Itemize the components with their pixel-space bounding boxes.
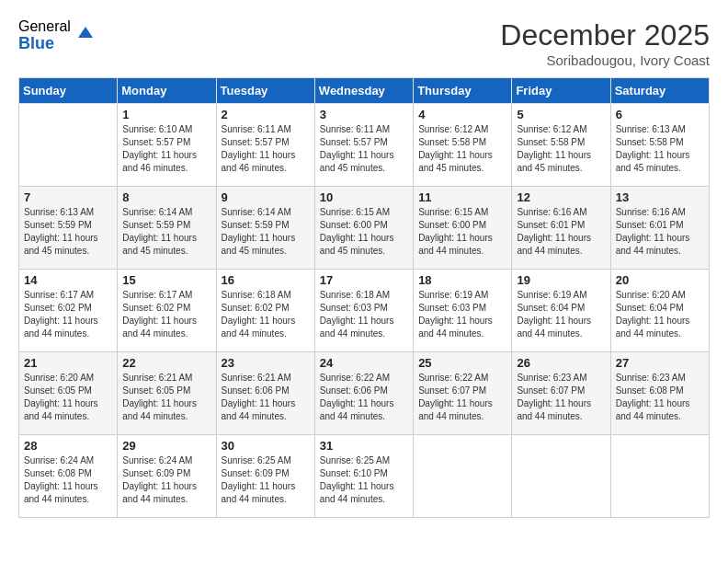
calendar-cell: 3Sunrise: 6:11 AMSunset: 5:57 PMDaylight… — [314, 104, 413, 187]
logo-icon — [74, 21, 97, 43]
calendar-week-row: 7Sunrise: 6:13 AMSunset: 5:59 PMDaylight… — [19, 187, 710, 270]
day-number: 31 — [320, 439, 408, 453]
cell-info: Sunrise: 6:14 AMSunset: 5:59 PMDaylight:… — [122, 206, 210, 258]
calendar-cell: 26Sunrise: 6:23 AMSunset: 6:07 PMDayligh… — [512, 352, 610, 435]
weekday-header: Thursday — [414, 78, 512, 104]
weekday-header: Friday — [512, 78, 610, 104]
weekday-header: Saturday — [610, 78, 709, 104]
logo-text: General Blue — [18, 18, 71, 52]
logo-blue: Blue — [18, 35, 71, 53]
day-number: 27 — [616, 356, 704, 370]
day-number: 25 — [418, 356, 506, 370]
weekday-header: Tuesday — [216, 78, 314, 104]
cell-info: Sunrise: 6:17 AMSunset: 6:02 PMDaylight:… — [24, 289, 112, 340]
cell-info: Sunrise: 6:22 AMSunset: 6:07 PMDaylight:… — [418, 372, 506, 423]
day-number: 20 — [616, 273, 704, 287]
month-title: December 2025 — [500, 18, 710, 52]
calendar-cell: 29Sunrise: 6:24 AMSunset: 6:09 PMDayligh… — [118, 435, 216, 518]
day-number: 19 — [517, 273, 605, 287]
day-number: 15 — [122, 273, 210, 287]
cell-info: Sunrise: 6:22 AMSunset: 6:06 PMDaylight:… — [320, 372, 408, 423]
cell-info: Sunrise: 6:21 AMSunset: 6:05 PMDaylight:… — [122, 372, 210, 423]
day-number: 10 — [320, 190, 408, 204]
day-number: 8 — [122, 190, 210, 204]
day-number: 7 — [24, 190, 112, 204]
logo: General Blue — [18, 18, 97, 52]
cell-info: Sunrise: 6:21 AMSunset: 6:06 PMDaylight:… — [222, 372, 310, 423]
cell-info: Sunrise: 6:23 AMSunset: 6:08 PMDaylight:… — [616, 372, 704, 423]
day-number: 17 — [320, 273, 408, 287]
calendar-cell: 9Sunrise: 6:14 AMSunset: 5:59 PMDaylight… — [216, 187, 314, 270]
calendar-cell: 28Sunrise: 6:24 AMSunset: 6:08 PMDayligh… — [19, 435, 118, 518]
day-number: 2 — [222, 108, 310, 121]
calendar-cell: 12Sunrise: 6:16 AMSunset: 6:01 PMDayligh… — [512, 187, 610, 270]
calendar-cell: 21Sunrise: 6:20 AMSunset: 6:05 PMDayligh… — [19, 352, 118, 435]
cell-info: Sunrise: 6:24 AMSunset: 6:08 PMDaylight:… — [24, 454, 112, 506]
calendar-cell: 8Sunrise: 6:14 AMSunset: 5:59 PMDaylight… — [118, 187, 216, 270]
day-number: 3 — [320, 108, 408, 121]
cell-info: Sunrise: 6:18 AMSunset: 6:03 PMDaylight:… — [320, 289, 408, 340]
calendar-cell: 19Sunrise: 6:19 AMSunset: 6:04 PMDayligh… — [512, 270, 610, 352]
calendar-cell: 7Sunrise: 6:13 AMSunset: 5:59 PMDaylight… — [19, 187, 118, 270]
cell-info: Sunrise: 6:15 AMSunset: 6:00 PMDaylight:… — [418, 206, 506, 258]
calendar-cell: 22Sunrise: 6:21 AMSunset: 6:05 PMDayligh… — [118, 352, 216, 435]
day-number: 9 — [222, 190, 310, 204]
day-number: 14 — [24, 273, 112, 287]
weekday-header: Wednesday — [314, 78, 413, 104]
calendar-cell: 30Sunrise: 6:25 AMSunset: 6:09 PMDayligh… — [216, 435, 314, 518]
cell-info: Sunrise: 6:25 AMSunset: 6:09 PMDaylight:… — [222, 454, 310, 506]
day-number: 16 — [222, 273, 310, 287]
calendar-cell: 5Sunrise: 6:12 AMSunset: 5:58 PMDaylight… — [512, 104, 610, 187]
calendar-cell: 31Sunrise: 6:25 AMSunset: 6:10 PMDayligh… — [314, 435, 413, 518]
day-number: 23 — [222, 356, 310, 370]
day-number: 11 — [418, 190, 506, 204]
calendar-header-row: SundayMondayTuesdayWednesdayThursdayFrid… — [19, 78, 710, 104]
calendar-cell: 25Sunrise: 6:22 AMSunset: 6:07 PMDayligh… — [414, 352, 512, 435]
calendar-cell: 13Sunrise: 6:16 AMSunset: 6:01 PMDayligh… — [610, 187, 709, 270]
cell-info: Sunrise: 6:18 AMSunset: 6:02 PMDaylight:… — [222, 289, 310, 340]
page-header: General Blue December 2025 Soribadougou,… — [18, 18, 710, 68]
cell-info: Sunrise: 6:14 AMSunset: 5:59 PMDaylight:… — [222, 206, 310, 258]
cell-info: Sunrise: 6:13 AMSunset: 5:58 PMDaylight:… — [616, 123, 704, 175]
cell-info: Sunrise: 6:13 AMSunset: 5:59 PMDaylight:… — [24, 206, 112, 258]
calendar-cell: 18Sunrise: 6:19 AMSunset: 6:03 PMDayligh… — [414, 270, 512, 352]
cell-info: Sunrise: 6:16 AMSunset: 6:01 PMDaylight:… — [616, 206, 704, 258]
day-number: 30 — [222, 439, 310, 453]
calendar-cell — [414, 435, 512, 518]
calendar-week-row: 14Sunrise: 6:17 AMSunset: 6:02 PMDayligh… — [19, 270, 710, 352]
calendar-cell: 15Sunrise: 6:17 AMSunset: 6:02 PMDayligh… — [118, 270, 216, 352]
cell-info: Sunrise: 6:23 AMSunset: 6:07 PMDaylight:… — [517, 372, 605, 423]
cell-info: Sunrise: 6:24 AMSunset: 6:09 PMDaylight:… — [122, 454, 210, 506]
day-number: 13 — [616, 190, 704, 204]
calendar-cell — [19, 104, 118, 187]
cell-info: Sunrise: 6:25 AMSunset: 6:10 PMDaylight:… — [320, 454, 408, 506]
calendar-cell: 27Sunrise: 6:23 AMSunset: 6:08 PMDayligh… — [610, 352, 709, 435]
calendar-cell: 1Sunrise: 6:10 AMSunset: 5:57 PMDaylight… — [118, 104, 216, 187]
calendar-cell: 16Sunrise: 6:18 AMSunset: 6:02 PMDayligh… — [216, 270, 314, 352]
calendar-cell: 24Sunrise: 6:22 AMSunset: 6:06 PMDayligh… — [314, 352, 413, 435]
cell-info: Sunrise: 6:17 AMSunset: 6:02 PMDaylight:… — [122, 289, 210, 340]
calendar-cell: 10Sunrise: 6:15 AMSunset: 6:00 PMDayligh… — [314, 187, 413, 270]
day-number: 22 — [122, 356, 210, 370]
cell-info: Sunrise: 6:16 AMSunset: 6:01 PMDaylight:… — [517, 206, 605, 258]
cell-info: Sunrise: 6:12 AMSunset: 5:58 PMDaylight:… — [517, 123, 605, 175]
cell-info: Sunrise: 6:19 AMSunset: 6:04 PMDaylight:… — [517, 289, 605, 340]
day-number: 28 — [24, 439, 112, 453]
day-number: 12 — [517, 190, 605, 204]
day-number: 26 — [517, 356, 605, 370]
day-number: 5 — [517, 108, 605, 121]
day-number: 1 — [122, 108, 210, 121]
day-number: 6 — [616, 108, 704, 121]
day-number: 4 — [418, 108, 506, 121]
day-number: 18 — [418, 273, 506, 287]
calendar-cell: 2Sunrise: 6:11 AMSunset: 5:57 PMDaylight… — [216, 104, 314, 187]
weekday-header: Monday — [118, 78, 216, 104]
cell-info: Sunrise: 6:11 AMSunset: 5:57 PMDaylight:… — [320, 123, 408, 175]
calendar-cell: 23Sunrise: 6:21 AMSunset: 6:06 PMDayligh… — [216, 352, 314, 435]
calendar-week-row: 1Sunrise: 6:10 AMSunset: 5:57 PMDaylight… — [19, 104, 710, 187]
calendar-cell: 6Sunrise: 6:13 AMSunset: 5:58 PMDaylight… — [610, 104, 709, 187]
cell-info: Sunrise: 6:11 AMSunset: 5:57 PMDaylight:… — [222, 123, 310, 175]
calendar-cell: 14Sunrise: 6:17 AMSunset: 6:02 PMDayligh… — [19, 270, 118, 352]
day-number: 29 — [122, 439, 210, 453]
cell-info: Sunrise: 6:20 AMSunset: 6:04 PMDaylight:… — [616, 289, 704, 340]
